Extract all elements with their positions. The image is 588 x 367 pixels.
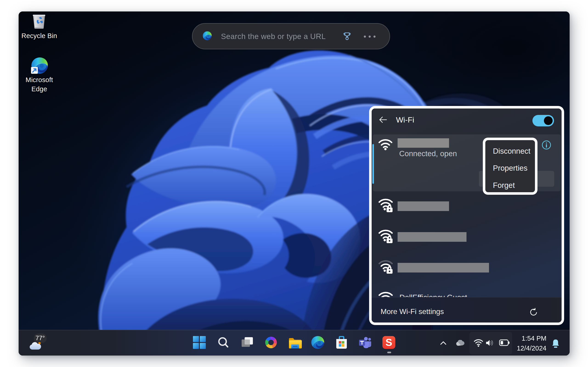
svg-text:S: S	[385, 337, 392, 348]
